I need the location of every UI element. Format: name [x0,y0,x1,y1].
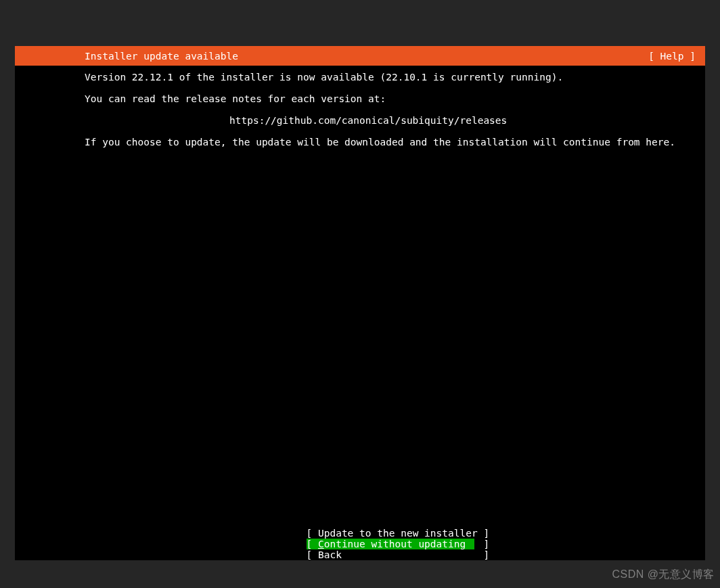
back-button[interactable]: [ Back ] [307,549,474,560]
header-title: Installer update available [85,51,648,62]
update-explanation: If you choose to update, the update will… [85,137,696,148]
content-spacer [85,158,696,528]
release-notes-intro: You can read the release notes for each … [85,93,696,104]
continue-prefix: [ [307,539,318,549]
watermark-text: CSDN @无意义博客 [612,569,715,580]
continue-rest: ontinue without updating ] [324,539,489,549]
installer-window: Installer update available [ Help ] Vers… [15,46,705,560]
header-bar: Installer update available [ Help ] [15,46,705,66]
content-area: Version 22.12.1 of the installer is now … [15,66,705,560]
continue-without-updating-button[interactable]: [ Continue without updating ] [307,539,474,549]
version-info-line: Version 22.12.1 of the installer is now … [85,72,696,83]
button-area: [ Update to the new installer ] [ Contin… [85,528,696,560]
continue-underline-char: C [318,539,324,549]
update-installer-button[interactable]: [ Update to the new installer ] [307,528,474,539]
release-notes-url: https://github.com/canonical/subiquity/r… [85,115,696,126]
help-button[interactable]: [ Help ] [648,51,696,62]
